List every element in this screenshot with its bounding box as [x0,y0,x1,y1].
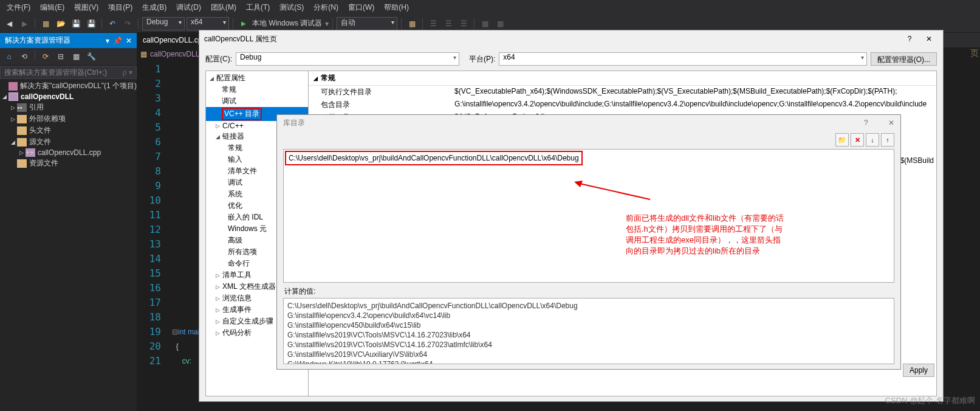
open-button[interactable]: 📂 [54,17,67,30]
panel-title-bar: 解决方案资源管理器 ▾ 📌 ✕ [0,33,137,48]
sources-node[interactable]: ◢源文件 [0,136,137,148]
subdlg-close-button[interactable]: ✕ [888,119,894,127]
calc-row: C:\Users\dell\Desktop\vs_prj\buildAndCal… [287,301,890,311]
tb-misc6[interactable]: ▦ [493,17,507,30]
platform-select[interactable]: x64 [187,17,229,30]
up-button[interactable]: ↑ [881,133,894,147]
tree-debug[interactable]: 调试 [206,95,308,107]
calc-row: G:\installfile\vs2019\VC\Auxiliary\VS\li… [287,350,890,359]
sync-icon[interactable]: ⟲ [18,50,31,63]
solution-tree: 解决方案"callOpencvDLL"(1 个项目) ◢callOpencvDL… [0,79,137,411]
solution-node[interactable]: 解决方案"callOpencvDLL"(1 个项目) [0,80,137,92]
config-manager-button[interactable]: 配置管理器(O)... [871,52,937,66]
menu-team[interactable]: 团队(M) [207,1,241,15]
tb-misc1[interactable]: ▦ [405,17,419,30]
redo-button[interactable]: ↷ [121,17,134,30]
source-file-node[interactable]: ▷++callOpencvDLL.cpp [0,148,137,157]
config-select-dlg[interactable]: Debug [236,52,459,66]
dialog-top-row: 配置(C): Debug 平台(P): x64 配置管理器(O)... [199,47,943,71]
panel-title: 解决方案资源管理器 [5,35,70,46]
auto-select[interactable]: 自动 [337,17,397,30]
panel-pin-icon[interactable]: 📌 [113,36,122,45]
undo-button[interactable]: ↶ [106,17,119,30]
run-label[interactable]: 本地 Windows 调试器 [252,18,322,29]
dialog-titlebar: callOpencvDLL 属性页 ? ✕ [199,30,943,47]
tree-general[interactable]: 常规 [206,84,308,95]
menu-bar: 文件(F) 编辑(E) 视图(V) 项目(P) 生成(B) 调试(D) 团队(M… [0,0,980,15]
headers-node[interactable]: 头文件 [0,125,137,136]
watermark: CSDN @起个·名字都难啊 [885,395,975,406]
menu-build[interactable]: 生成(B) [138,1,171,15]
home-icon[interactable]: ⌂ [2,50,16,63]
search-clear-icon[interactable]: ρ ▾ [123,68,132,77]
tb-misc5[interactable]: ▦ [478,17,492,30]
dialog-title: callOpencvDLL 属性页 [204,34,277,44]
libdir-dialog: 库目录 ? ✕ 📁 ✕ ↓ ↑ C:\Users\dell\Desktop\vs… [276,114,901,370]
menu-window[interactable]: 窗口(W) [344,1,379,15]
project-node[interactable]: ◢callOpencvDLL [0,92,137,102]
panel-close-icon[interactable]: ✕ [126,36,132,45]
collapse-icon[interactable]: ⊟ [54,50,67,63]
menu-analyze[interactable]: 分析(N) [309,1,343,15]
folder-button[interactable]: 📁 [835,133,849,147]
platform-label: 平台(P): [469,54,495,64]
tb-misc4[interactable]: ☰ [457,17,470,30]
menu-help[interactable]: 帮助(H) [380,1,413,15]
refresh-icon[interactable]: ⟳ [39,50,52,63]
menu-edit[interactable]: 编辑(E) [36,1,69,15]
dialog-help-button[interactable]: ? [900,32,919,46]
panel-toolbar: ⌂ ⟲ ⟳ ⊟ ▦ 🔧 [0,48,137,66]
down-button[interactable]: ↓ [866,133,879,147]
resources-node[interactable]: 资源文件 [0,157,137,169]
config-label: 配置(C): [205,54,232,64]
menu-debug[interactable]: 调试(D) [172,1,205,15]
props-icon[interactable]: 🔧 [84,50,98,63]
path-entry[interactable]: C:\Users\dell\Desktop\vs_prj\buildAndCal… [285,151,583,165]
run-button[interactable]: ▶ [237,17,250,30]
calc-row: G:\installfile\opencv3.4.2\opencv\build\… [287,311,890,320]
config-select[interactable]: Debug [142,17,185,30]
subdlg-titlebar: 库目录 ? ✕ [277,115,900,131]
external-deps-node[interactable]: ▷外部依赖项 [0,113,137,125]
delete-button[interactable]: ✕ [851,133,864,147]
save-button[interactable]: 💾 [69,17,83,30]
menu-file[interactable]: 文件(F) [2,1,35,15]
platform-select-dlg[interactable]: x64 [499,52,866,66]
menu-project[interactable]: 项目(P) [104,1,137,15]
subdlg-title: 库目录 [283,118,305,128]
references-node[interactable]: ▷▪▪引用 [0,102,137,113]
search-input[interactable]: 搜索解决方案资源管理器(Ctrl+;) ρ ▾ [0,66,137,79]
calc-row: G:\installfile\vs2019\VC\Tools\MSVC\14.1… [287,340,890,350]
dialog-close-button[interactable]: ✕ [920,32,938,46]
calc-row: G:\installfile\vs2019\VC\Tools\MSVC\14.1… [287,330,890,340]
file-nav-bar[interactable]: ▦ callOpencvDLL [137,47,203,61]
line-gutter: 123456789101112131415161718192021 [137,62,167,411]
file-icon: ▦ [140,50,147,58]
new-button[interactable]: ▦ [39,17,52,30]
menu-view[interactable]: 视图(V) [70,1,103,15]
calc-row: G:\installfile\opencv450\build\x64\vc15\… [287,320,890,330]
calc-row: G:\Windows Kits\10\lib\10.0.17763.0\ucrt… [287,359,890,364]
showall-icon[interactable]: ▦ [69,50,83,63]
subdlg-help-button[interactable]: ? [864,119,868,127]
menu-test[interactable]: 测试(S) [275,1,308,15]
panel-dropdown-icon[interactable]: ▾ [106,36,109,45]
solution-explorer: 解决方案资源管理器 ▾ 📌 ✕ ⌂ ⟲ ⟳ ⊟ ▦ 🔧 搜索解决方案资源管理器(… [0,33,137,411]
nav-fwd-button[interactable]: ▶ [18,17,31,30]
prop-group-header[interactable]: ◢常规 [309,71,936,86]
tree-root[interactable]: ◢配置属性 [206,72,308,84]
prop-row-exe[interactable]: 可执行文件目录$(VC_ExecutablePath_x64);$(Window… [309,86,936,98]
prop-row-incl[interactable]: 包含目录G:\installfile\opencv3.4.2\opencv\bu… [309,98,936,111]
save-all-button[interactable]: 💾 [84,17,98,30]
apply-button[interactable]: Apply [903,364,934,377]
tb-misc2[interactable]: ☰ [427,17,440,30]
calculated-list: C:\Users\dell\Desktop\vs_prj\buildAndCal… [283,298,894,364]
search-placeholder: 搜索解决方案资源管理器(Ctrl+;) [4,67,107,78]
subdlg-toolbar: 📁 ✕ ↓ ↑ [277,131,900,149]
nav-back-button[interactable]: ◀ [2,17,16,30]
file-nav-name: callOpencvDLL [150,50,199,58]
menu-tools[interactable]: 工具(T) [242,1,274,15]
tb-misc3[interactable]: ☰ [442,17,455,30]
path-editor[interactable]: C:\Users\dell\Desktop\vs_prj\buildAndCal… [283,149,894,283]
annotation-text: 前面已将生成的dll文件和lib文件（有需要的话包括.h文件）拷贝到需要调用的工… [626,213,784,257]
